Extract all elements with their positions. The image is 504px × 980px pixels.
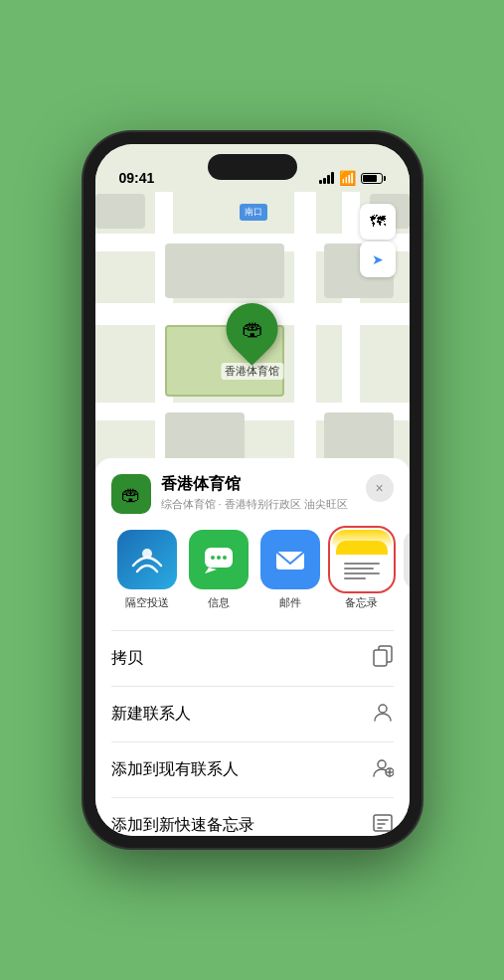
notes-label: 备忘录 <box>345 595 378 610</box>
quick-note-icon <box>372 812 394 836</box>
notes-icon-box <box>332 530 392 589</box>
share-notes[interactable]: 备忘录 <box>326 530 398 610</box>
new-contact-label: 新建联系人 <box>111 704 191 725</box>
venue-header: 🏟 香港体育馆 综合体育馆 · 香港特别行政区 油尖旺区 × <box>111 474 394 514</box>
wifi-icon: 📶 <box>339 170 356 186</box>
svg-rect-14 <box>374 815 392 831</box>
action-add-contact[interactable]: 添加到现有联系人 <box>111 741 394 797</box>
copy-icon <box>372 645 394 672</box>
svg-point-5 <box>223 556 227 560</box>
dynamic-island <box>208 154 297 180</box>
phone-screen: 09:41 📶 <box>95 144 410 836</box>
new-contact-icon <box>372 701 394 728</box>
messages-icon-box <box>189 530 249 589</box>
mail-label: 邮件 <box>279 595 301 610</box>
messages-label: 信息 <box>208 595 230 610</box>
share-icons-row: 隔空投送 信息 <box>111 530 394 610</box>
svg-point-9 <box>379 705 387 713</box>
status-time: 09:41 <box>119 170 155 186</box>
map-south-entrance-label: 南口 <box>240 204 267 221</box>
svg-point-4 <box>217 556 221 560</box>
share-airdrop[interactable]: 隔空投送 <box>111 530 183 610</box>
map-controls: 🗺 ➤ <box>360 204 396 277</box>
quick-note-label: 添加到新快速备忘录 <box>111 815 254 836</box>
action-copy[interactable]: 拷贝 <box>111 631 394 686</box>
venue-icon: 🏟 <box>111 474 151 514</box>
airdrop-icon-box <box>117 530 177 589</box>
close-button[interactable]: × <box>366 474 394 502</box>
more-icon-box <box>404 530 410 589</box>
share-messages[interactable]: 信息 <box>183 530 254 610</box>
add-contact-label: 添加到现有联系人 <box>111 759 239 780</box>
stadium-pin: 🏟 香港体育馆 <box>221 303 283 380</box>
airdrop-label: 隔空投送 <box>125 595 169 610</box>
svg-rect-8 <box>374 650 387 666</box>
venue-subtitle: 综合体育馆 · 香港特别行政区 油尖旺区 <box>161 497 366 512</box>
status-icons: 📶 <box>319 170 386 186</box>
add-contact-icon <box>372 756 394 783</box>
map-layers-button[interactable]: 🗺 <box>360 204 396 240</box>
share-mail[interactable]: 邮件 <box>254 530 326 610</box>
svg-point-3 <box>211 556 215 560</box>
action-quick-note[interactable]: 添加到新快速备忘录 <box>111 797 394 836</box>
bottom-sheet: 🏟 香港体育馆 综合体育馆 · 香港特别行政区 油尖旺区 × <box>95 458 410 836</box>
venue-info: 香港体育馆 综合体育馆 · 香港特别行政区 油尖旺区 <box>161 474 366 512</box>
svg-point-10 <box>378 760 386 768</box>
map-location-button[interactable]: ➤ <box>360 242 396 277</box>
battery-icon <box>361 173 386 184</box>
signal-bars-icon <box>319 172 334 184</box>
copy-label: 拷贝 <box>111 648 143 669</box>
svg-marker-2 <box>205 568 217 573</box>
mail-icon-box <box>260 530 320 589</box>
venue-name: 香港体育馆 <box>161 474 366 495</box>
action-new-contact[interactable]: 新建联系人 <box>111 686 394 741</box>
phone-frame: 09:41 📶 <box>84 132 421 848</box>
action-rows-container: 拷贝 新建联系人 <box>111 630 394 836</box>
share-more[interactable]: 推 <box>398 530 410 610</box>
